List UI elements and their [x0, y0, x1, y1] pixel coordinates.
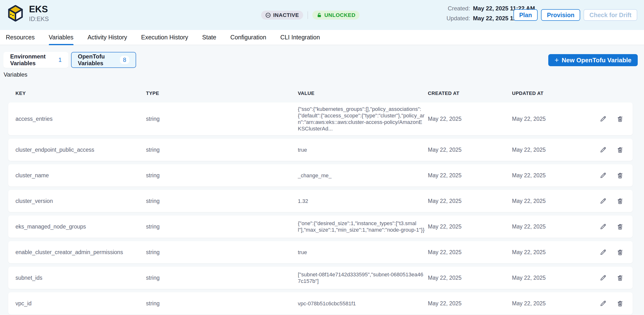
pencil-icon — [600, 197, 607, 205]
variable-type: string — [146, 300, 298, 307]
variable-key: subnet_ids — [16, 275, 146, 281]
updated-at: May 22, 2025 — [512, 223, 588, 230]
provision-button[interactable]: Provision — [541, 9, 580, 21]
updated-at: May 22, 2025 — [512, 198, 588, 204]
page-header: EKS ID:EKS INACTIVE UNLOCKED Created: Ma… — [0, 0, 644, 30]
lock-badge: UNLOCKED — [312, 11, 360, 19]
delete-variable-button[interactable] — [616, 274, 624, 282]
pencil-icon — [600, 146, 607, 153]
variable-value: true — [298, 147, 428, 153]
header-actions: Plan Provision Check for Drift — [514, 9, 637, 21]
edit-variable-button[interactable] — [599, 274, 607, 282]
table-row: enable_cluster_creator_admin_permissions… — [8, 241, 633, 263]
new-opentofu-variable-button[interactable]: + New OpenTofu Variable — [548, 54, 638, 66]
variable-type: string — [146, 147, 298, 153]
check-for-drift-button[interactable]: Check for Drift — [584, 9, 637, 21]
variable-key: cluster_version — [16, 198, 146, 204]
tab-variables[interactable]: Variables — [49, 30, 74, 45]
row-actions — [599, 172, 624, 179]
delete-variable-button[interactable] — [616, 300, 624, 307]
table-row: subnet_ids string ["subnet-08f14e7142d33… — [8, 267, 633, 289]
table-row: eks_managed_node_groups string {"one":{"… — [8, 216, 633, 238]
pencil-icon — [600, 172, 607, 179]
status-badges: INACTIVE UNLOCKED — [261, 11, 360, 19]
table-header-row: KEY TYPE VALUE CREATED AT UPDATED AT — [8, 91, 633, 96]
variable-key: enable_cluster_creator_admin_permissions — [16, 249, 146, 256]
created-label: Created: — [446, 5, 470, 12]
tab-cli-integration[interactable]: CLI Integration — [280, 30, 320, 45]
delete-variable-button[interactable] — [616, 146, 624, 154]
updated-at: May 22, 2025 — [512, 172, 588, 179]
delete-variable-button[interactable] — [616, 115, 624, 123]
unlocked-padlock-icon — [316, 12, 322, 18]
variable-value: true — [298, 249, 428, 256]
pencil-icon — [600, 274, 607, 282]
edit-variable-button[interactable] — [599, 115, 607, 123]
created-at: May 22, 2025 — [428, 275, 512, 281]
edit-variable-button[interactable] — [599, 300, 607, 307]
trash-icon — [616, 300, 624, 307]
delete-variable-button[interactable] — [616, 172, 624, 179]
column-header-key: KEY — [16, 91, 146, 96]
tab-resources[interactable]: Resources — [6, 30, 35, 45]
tab-activity-history[interactable]: Activity History — [88, 30, 127, 45]
variable-type-switcher: Environment Variables 1 OpenTofu Variabl… — [4, 52, 136, 68]
variable-type: string — [146, 198, 298, 204]
column-header-updated: UPDATED AT — [512, 91, 588, 96]
pencil-icon — [600, 115, 607, 122]
trash-icon — [616, 274, 624, 282]
table-row: cluster_version string 1.32 May 22, 2025… — [8, 190, 633, 212]
pencil-icon — [600, 249, 607, 256]
brand: EKS ID:EKS — [7, 4, 49, 22]
badge-separator — [308, 11, 308, 19]
created-at: May 22, 2025 — [428, 116, 512, 122]
row-actions — [599, 146, 624, 154]
subtab-opentofu-variables[interactable]: OpenTofu Variables 8 — [71, 52, 136, 68]
status-badge: INACTIVE — [261, 11, 303, 19]
tofu-cube-logo-icon — [7, 5, 24, 21]
variable-type: string — [146, 249, 298, 256]
page-subtitle: ID:EKS — [29, 15, 49, 22]
tab-execution-history[interactable]: Execution History — [141, 30, 188, 45]
pencil-icon — [600, 223, 607, 230]
edit-variable-button[interactable] — [599, 146, 607, 154]
table-row: cluster_endpoint_public_access string tr… — [8, 139, 633, 161]
updated-at: May 22, 2025 — [512, 249, 588, 256]
delete-variable-button[interactable] — [616, 248, 624, 256]
created-at: May 22, 2025 — [428, 249, 512, 256]
pencil-icon — [600, 300, 607, 307]
row-actions — [599, 274, 624, 282]
edit-variable-button[interactable] — [599, 197, 607, 205]
variable-key: vpc_id — [16, 300, 146, 307]
updated-label: Updated: — [446, 15, 470, 22]
environment-variables-count: 1 — [58, 56, 62, 63]
opentofu-variables-count: 8 — [120, 56, 129, 64]
variable-value: {"one":{"desired_size":1,"instance_types… — [298, 220, 428, 233]
column-header-created: CREATED AT — [428, 91, 512, 96]
variable-key: cluster_endpoint_public_access — [16, 147, 146, 153]
plan-button[interactable]: Plan — [514, 9, 538, 21]
brand-text: EKS ID:EKS — [29, 4, 49, 22]
table-row: vpc_id string vpc-078b51c6cbc5581f1 May … — [8, 292, 633, 315]
updated-at: May 22, 2025 — [512, 116, 588, 122]
delete-variable-button[interactable] — [616, 197, 624, 205]
tab-configuration[interactable]: Configuration — [230, 30, 266, 45]
edit-variable-button[interactable] — [599, 223, 607, 231]
row-actions — [599, 197, 624, 205]
delete-variable-button[interactable] — [616, 223, 624, 231]
edit-variable-button[interactable] — [599, 172, 607, 179]
tab-state[interactable]: State — [202, 30, 216, 45]
updated-at: May 22, 2025 — [512, 300, 588, 307]
variable-type: string — [146, 172, 298, 179]
trash-icon — [616, 249, 624, 256]
column-header-type: TYPE — [146, 91, 298, 96]
content: Environment Variables 1 OpenTofu Variabl… — [0, 45, 644, 315]
variable-value: {"sso":{"kubernetes_groups":[],"policy_a… — [298, 106, 428, 132]
subtab-row: Environment Variables 1 OpenTofu Variabl… — [4, 52, 638, 68]
edit-variable-button[interactable] — [599, 248, 607, 256]
row-actions — [599, 223, 624, 231]
variable-value: _change_me_ — [298, 172, 428, 179]
subtab-environment-variables[interactable]: Environment Variables 1 — [4, 52, 68, 68]
minus-circle-icon — [265, 12, 271, 18]
variable-key: access_entries — [16, 116, 146, 122]
